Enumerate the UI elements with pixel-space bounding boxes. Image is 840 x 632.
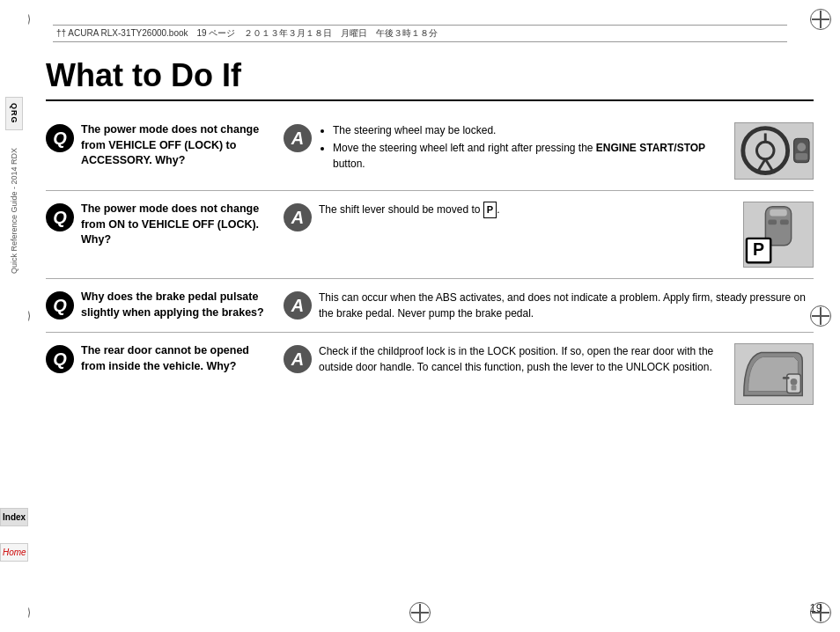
file-info-text: †† ACURA RLX-31TY26000.book 19 ページ ２０１３年… (56, 27, 438, 40)
svg-rect-11 (780, 219, 789, 224)
a-icon-3: A (284, 291, 312, 320)
page-title: What to Do If (46, 57, 814, 101)
answer-block-1: A The steering wheel may be locked. Move… (284, 122, 814, 180)
main-content: What to Do If Q The power mode does not … (28, 48, 840, 632)
svg-point-15 (791, 378, 798, 386)
answer-block-3: A This can occur when the ABS activates,… (284, 290, 814, 321)
q-icon-4: Q (46, 345, 74, 373)
svg-line-3 (758, 159, 765, 171)
question-text-4: The rear door cannot be opened from insi… (81, 343, 275, 374)
qa-item-4: Q The rear door cannot be opened from in… (46, 333, 814, 415)
answer-text-2: The shift lever should be moved to P. (319, 202, 736, 218)
svg-point-6 (797, 143, 806, 151)
svg-rect-17 (783, 377, 790, 379)
qa-item-2: Q The power mode does not change from ON… (46, 191, 814, 279)
svg-line-4 (765, 159, 772, 171)
svg-rect-10 (768, 219, 777, 224)
answer-text-4: Check if the childproof lock is in the L… (319, 343, 727, 375)
a-icon-2: A (284, 203, 312, 231)
svg-rect-9 (770, 209, 787, 217)
corner-crosshair-tr (812, 11, 829, 28)
question-block-3: Q Why does the brake pedal pulsate sligh… (46, 290, 275, 320)
left-sidebar: QRG Quick Reference Guide - 2014 RDX Ind… (0, 0, 28, 632)
question-block-2: Q The power mode does not change from ON… (46, 202, 275, 248)
qa-item-1: Q The power mode does not change from VE… (46, 112, 814, 191)
question-text-3: Why does the brake pedal pulsate slightl… (81, 290, 275, 320)
home-tab[interactable]: Home (0, 543, 28, 562)
svg-rect-7 (795, 153, 807, 160)
answer-block-4: A Check if the childproof lock is in the… (284, 343, 814, 405)
a-icon-1: A (284, 124, 312, 152)
a-icon-4: A (284, 345, 312, 373)
question-text-1: The power mode does not change from VEHI… (81, 122, 275, 169)
sidebar-label: Quick Reference Guide - 2014 RDX (10, 148, 18, 274)
answer-text-3: This can occur when the ABS activates, a… (319, 290, 814, 321)
qa-item-3: Q Why does the brake pedal pulsate sligh… (46, 279, 814, 333)
gear-shift-image: P (743, 202, 814, 268)
question-text-2: The power mode does not change from ON t… (81, 202, 275, 248)
q-icon-3: Q (46, 291, 74, 320)
rear-door-image (734, 343, 814, 405)
q-icon-2: Q (46, 203, 74, 231)
page-number: 19 (810, 601, 822, 614)
svg-point-1 (756, 142, 774, 159)
steering-wheel-image (734, 122, 814, 180)
answer-text-1: The steering wheel may be locked. Move t… (319, 122, 727, 173)
svg-text:P: P (753, 239, 764, 259)
question-block-4: Q The rear door cannot be opened from in… (46, 343, 275, 374)
q-icon-1: Q (46, 124, 74, 152)
file-info-bar: †† ACURA RLX-31TY26000.book 19 ページ ２０１３年… (53, 25, 787, 42)
question-block-1: Q The power mode does not change from VE… (46, 122, 275, 169)
answer-block-2: A The shift lever should be moved to P. … (284, 202, 814, 268)
svg-rect-16 (792, 386, 797, 391)
qrg-tab[interactable]: QRG (5, 97, 23, 130)
index-tab[interactable]: Index (0, 508, 28, 526)
